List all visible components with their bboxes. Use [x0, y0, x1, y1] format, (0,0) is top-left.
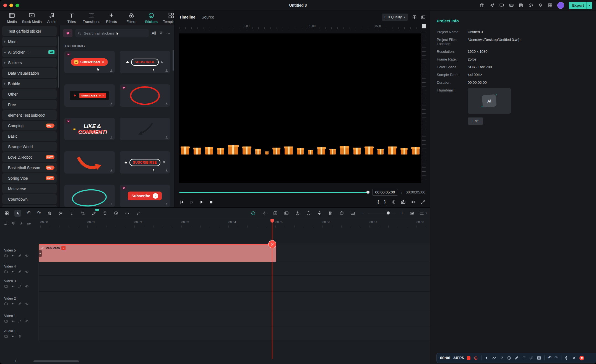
toolbar-tab-media[interactable]: Media: [3, 12, 21, 24]
speaker-x-icon[interactable]: [11, 319, 15, 323]
preview-settings-icon[interactable]: [391, 200, 396, 205]
speaker-x-icon[interactable]: [11, 254, 15, 258]
sidebar-item-data-visualization[interactable]: Data Visualization: [2, 205, 57, 207]
play-button[interactable]: [199, 199, 204, 205]
track-lane[interactable]: [39, 326, 430, 341]
notifications-icon[interactable]: [538, 3, 543, 8]
snap-toggle-icon[interactable]: [11, 222, 15, 226]
pip-tool[interactable]: [283, 210, 290, 217]
pen-icon[interactable]: [18, 270, 22, 274]
playback-quality-select[interactable]: Full Quality▾: [382, 14, 408, 21]
mask-tool[interactable]: [305, 210, 312, 217]
track-adjust-icon[interactable]: [4, 222, 8, 226]
zoom-slider-knob[interactable]: [387, 211, 390, 214]
group-tool[interactable]: [135, 210, 142, 217]
folder-icon[interactable]: [4, 270, 8, 274]
seek-handle[interactable]: [366, 191, 369, 194]
folder-icon[interactable]: [4, 254, 8, 258]
sticker-dark-arrow[interactable]: [120, 118, 170, 140]
sidebar-item-metaverse[interactable]: Metaverse: [2, 184, 57, 193]
eye-icon[interactable]: [25, 319, 29, 323]
screencast-icon[interactable]: [499, 3, 504, 8]
sidebar-item-free[interactable]: Free: [2, 100, 57, 109]
download-icon[interactable]: [165, 69, 168, 72]
split-button[interactable]: [57, 210, 64, 217]
sticker-subscribe-outline[interactable]: SUBSCRIBE: [120, 51, 170, 73]
eye-icon[interactable]: [25, 254, 29, 258]
sticker-teal-ellipse[interactable]: [64, 185, 115, 207]
sidebar-item-basic[interactable]: Basic: [2, 131, 57, 141]
sticker-subscribe-bar[interactable]: SUBSCRIBE: [64, 84, 115, 107]
toolbar-tab-stickers[interactable]: Stickers: [142, 12, 160, 24]
sidebar-item-basketball-season[interactable]: Basketball SeasonHOT: [2, 163, 57, 172]
close-window-button[interactable]: [3, 4, 7, 7]
sidebar-item-test-garfield-sticker[interactable]: Test garfield sticker: [2, 26, 57, 36]
voiceover-tool[interactable]: [316, 210, 323, 217]
ruler-toggle-icon[interactable]: [27, 222, 31, 226]
eye-icon[interactable]: [25, 284, 29, 288]
sticker-panel-scrollbar[interactable]: [173, 50, 174, 71]
mark-out-button[interactable]: }: [384, 200, 386, 205]
shortcut-keyboard-icon[interactable]: [509, 3, 514, 8]
gift-icon[interactable]: [480, 3, 485, 8]
save-icon[interactable]: [519, 3, 524, 8]
download-icon[interactable]: [110, 169, 113, 172]
toolbar-tab-titles[interactable]: Titles: [63, 12, 81, 24]
window-controls[interactable]: [3, 4, 19, 7]
sidebar-item-mine[interactable]: ▸Mine: [2, 37, 57, 46]
recorder-cursor-tool[interactable]: [485, 356, 489, 360]
mirror-tool[interactable]: [124, 210, 131, 217]
fullscreen-icon[interactable]: [421, 200, 425, 205]
preview-canvas[interactable]: [179, 33, 421, 183]
track-lane[interactable]: Pen Path▸: [39, 243, 430, 262]
folder-icon[interactable]: [4, 319, 8, 323]
recorder-move-tool[interactable]: [564, 356, 569, 360]
speaker-icon[interactable]: [11, 334, 15, 338]
recorder-info-tool[interactable]: [507, 356, 511, 360]
sidebar-item-love-d-robot[interactable]: Love.D.RobotHOT: [2, 152, 57, 162]
time-ruler[interactable]: 00:0000:0100:0200:0300:0400:0500:0600:07…: [38, 219, 430, 229]
eye-icon[interactable]: [25, 302, 29, 306]
track-manager-tool[interactable]: [3, 210, 10, 217]
redo-button[interactable]: ↷: [36, 210, 42, 217]
sidebar-item-element-test-subroot[interactable]: element Test subRoot: [2, 110, 57, 120]
motion-track-tool[interactable]: [261, 210, 268, 217]
recorder-pen-tool[interactable]: [514, 356, 519, 360]
auto-captions-tool[interactable]: [349, 210, 356, 217]
sidebar-item-other[interactable]: Other: [2, 89, 57, 99]
select-tool[interactable]: [14, 210, 21, 217]
recorder-close-button[interactable]: [572, 356, 576, 360]
track-lane[interactable]: [39, 276, 430, 292]
sidebar-item-stickers[interactable]: ▸Stickers: [2, 58, 57, 67]
recorder-undo-button[interactable]: ↶: [548, 355, 551, 360]
recorder-shapes-tool[interactable]: [537, 356, 541, 360]
download-icon[interactable]: [110, 69, 113, 72]
minimize-window-button[interactable]: [9, 4, 13, 7]
fit-timeline-button[interactable]: [408, 210, 415, 217]
recorder-redo-button[interactable]: ↷: [555, 355, 558, 360]
track-lane[interactable]: [39, 262, 430, 276]
recorder-text-tool[interactable]: [522, 356, 526, 360]
undo-button[interactable]: ↶: [25, 210, 32, 217]
toolbar-tab-effects[interactable]: Effects: [102, 12, 121, 24]
stop-button[interactable]: [209, 200, 214, 205]
sidebar-item-data-visualization[interactable]: Data Visualization: [2, 68, 57, 78]
pen-icon[interactable]: [18, 284, 22, 288]
sidebar-scrollbar[interactable]: [58, 36, 59, 88]
speaker-x-icon[interactable]: [11, 284, 15, 288]
layout-icon[interactable]: [548, 3, 553, 8]
clip-trim-handle[interactable]: ▸: [39, 250, 42, 257]
download-icon[interactable]: [165, 202, 168, 206]
track-lane[interactable]: [39, 292, 430, 310]
sidebar-item-camping[interactable]: CampingHOT: [2, 121, 57, 130]
sidebar-item-countdown[interactable]: Countdown: [2, 194, 57, 204]
toolbar-tab-audio[interactable]: Audio: [43, 12, 61, 24]
snapshot-camera-icon[interactable]: [401, 200, 406, 205]
recorder-eraser-tool[interactable]: [529, 356, 534, 360]
text-tool[interactable]: [68, 210, 75, 217]
previous-frame-button[interactable]: [179, 200, 184, 205]
share-icon[interactable]: [490, 3, 495, 8]
recorder-arrow-tool[interactable]: [499, 356, 504, 360]
add-track-button[interactable]: +: [14, 358, 17, 364]
user-avatar[interactable]: [557, 2, 564, 9]
